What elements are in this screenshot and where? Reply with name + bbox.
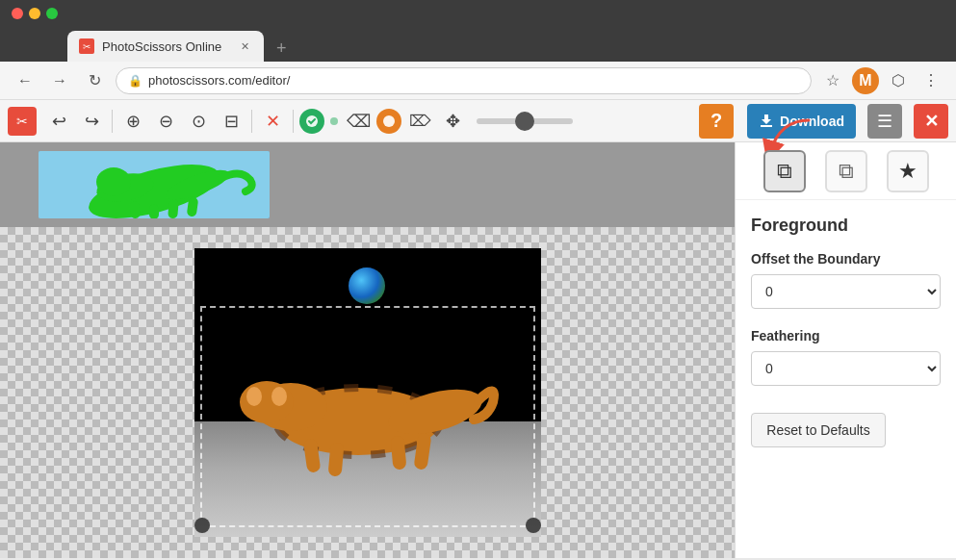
tab-favicon: ✂ <box>79 38 94 54</box>
app-logo: ✂ <box>8 107 37 136</box>
selection-rect <box>200 306 535 527</box>
minimize-traffic-light[interactable] <box>29 8 40 19</box>
move-button[interactable]: ✥ <box>438 107 467 136</box>
panel-tab-effects[interactable]: ★ <box>887 150 929 192</box>
help-button[interactable]: ? <box>699 104 734 139</box>
main-area: ⧉ ⧉ ★ Foreground Offset the Boundary 0 <box>0 142 956 558</box>
url-text: photoscissors.com/editor/ <box>148 73 290 88</box>
app-content: ✂ ↩ ↪ ⊕ ⊖ ⊙ ⊟ ✕ ⌫ ⌦ ✥ <box>0 100 956 558</box>
feathering-select[interactable]: 0 1 2 5 <box>751 351 941 386</box>
address-icons: ☆ M ⬡ ⋮ <box>819 67 944 94</box>
canvas-area[interactable] <box>0 227 735 558</box>
close-button[interactable]: ✕ <box>914 104 948 139</box>
menu-button[interactable]: ☰ <box>867 104 902 139</box>
panel-title: Foreground <box>751 216 941 236</box>
zoom-reset-button[interactable]: ⊙ <box>184 107 213 136</box>
zoom-in-button[interactable]: ⊕ <box>118 107 147 136</box>
divider-1 <box>112 110 113 133</box>
editor-canvas <box>194 248 541 537</box>
zoom-out-button[interactable]: ⊖ <box>151 107 180 136</box>
offset-label: Offset the Boundary <box>751 251 941 267</box>
extensions-icon[interactable]: ⬡ <box>885 67 912 94</box>
preview-strip <box>0 142 735 227</box>
refresh-button[interactable]: ↻ <box>81 67 108 94</box>
panel-tabs: ⧉ ⧉ ★ <box>736 142 956 200</box>
offset-select[interactable]: 0 1 2 -1 <box>751 274 941 309</box>
cancel-button[interactable]: ✕ <box>258 107 287 136</box>
eraser-button[interactable]: ⌫ <box>344 107 373 136</box>
earth-object <box>349 267 385 304</box>
maximize-traffic-light[interactable] <box>46 8 58 19</box>
fg-dot <box>330 117 338 125</box>
zoom-fit-button[interactable]: ⊟ <box>217 107 245 136</box>
back-button[interactable]: ← <box>12 67 39 94</box>
traffic-lights <box>12 8 58 19</box>
active-tab[interactable]: ✂ PhotoScissors Online ✕ <box>67 31 264 62</box>
browser-menu-icon[interactable]: ⋮ <box>917 67 944 94</box>
forward-button[interactable]: → <box>46 67 73 94</box>
bookmark-icon[interactable]: ☆ <box>819 67 846 94</box>
handle-bottom-right[interactable] <box>526 518 541 533</box>
redo-button[interactable]: ↪ <box>77 107 106 136</box>
background-tool[interactable] <box>376 109 401 134</box>
close-traffic-light[interactable] <box>12 8 23 19</box>
address-bar: ← → ↻ 🔒 photoscissors.com/editor/ ☆ M ⬡ … <box>0 62 956 100</box>
svg-point-1 <box>383 115 395 127</box>
brush-size-slider[interactable] <box>477 118 573 124</box>
background-copy-icon: ⧉ <box>839 159 854 184</box>
tiger-preview-svg <box>39 151 270 218</box>
panel-tab-foreground[interactable]: ⧉ <box>763 150 806 192</box>
divider-2 <box>251 110 252 133</box>
left-panel <box>0 142 735 558</box>
foreground-tool[interactable] <box>299 109 324 134</box>
bg-eraser-button[interactable]: ⌦ <box>405 107 434 136</box>
feathering-label: Feathering <box>751 328 941 344</box>
undo-button[interactable]: ↩ <box>44 107 73 136</box>
star-icon: ★ <box>898 159 917 184</box>
url-bar[interactable]: 🔒 photoscissors.com/editor/ <box>116 67 812 94</box>
tab-bar: ✂ PhotoScissors Online ✕ + <box>0 27 956 62</box>
divider-3 <box>293 110 294 133</box>
preview-thumbnail <box>39 151 270 218</box>
tab-title: PhotoScissors Online <box>102 39 221 54</box>
tab-close-button[interactable]: ✕ <box>237 38 252 54</box>
right-panel: ⧉ ⧉ ★ Foreground Offset the Boundary 0 <box>735 142 956 558</box>
panel-tab-background[interactable]: ⧉ <box>825 150 867 192</box>
svg-point-7 <box>96 167 131 196</box>
title-bar <box>0 0 956 27</box>
svg-rect-9 <box>149 204 159 218</box>
reset-defaults-button[interactable]: Reset to Defaults <box>751 413 886 447</box>
foreground-copy-icon: ⧉ <box>777 159 792 184</box>
panel-content: Foreground Offset the Boundary 0 1 2 -1 … <box>736 200 956 558</box>
profile-icon[interactable]: M <box>852 67 879 94</box>
new-tab-button[interactable]: + <box>268 35 295 62</box>
handle-bottom-left[interactable] <box>194 518 210 533</box>
